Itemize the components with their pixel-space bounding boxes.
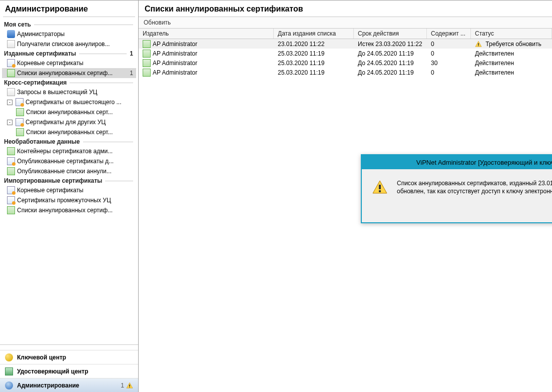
th-status[interactable]: Статус [471, 29, 552, 39]
main-panel: Списки аннулированных сертификатов Обнов… [139, 1, 552, 392]
dialog-footer: OK [362, 200, 552, 222]
warning-icon [372, 179, 388, 195]
tree-item-label: Корневые сертификаты [17, 60, 84, 67]
cell-date: 25.03.2020 11:19 [274, 59, 354, 67]
sidebar-bottom-nav: Ключевой центрУдостоверяющий центрАдмини… [0, 344, 138, 392]
tree-item[interactable]: Опубликованные сертификаты д... [2, 156, 136, 166]
svg-rect-1 [129, 386, 130, 387]
svg-rect-3 [478, 45, 479, 46]
svg-rect-0 [129, 384, 130, 386]
tree-item[interactable]: Сертификаты промежуточных УЦ [2, 195, 136, 205]
cell-contains: 0 [427, 50, 471, 58]
stamp-icon [5, 367, 13, 375]
group-label: Импортированные сертификаты [4, 177, 102, 184]
tree-item-label: Списки аннулированных сертиф... [17, 207, 113, 214]
crl-icon [7, 147, 15, 155]
crl-icon [143, 50, 151, 58]
tree-item[interactable]: Администраторы [2, 29, 136, 39]
svg-rect-5 [379, 190, 381, 192]
table-row[interactable]: AP Administrator25.03.2020 11:19До 24.05… [139, 49, 552, 58]
tree-item-label: Списки аннулированных серт... [26, 129, 113, 136]
crl-icon [16, 108, 24, 116]
th-publisher[interactable]: Издатель [139, 29, 274, 39]
tree-item-label: Опубликованные списки аннули... [17, 168, 112, 175]
tree-item-label: Опубликованные сертификаты д... [17, 158, 114, 165]
nav-label: Удостоверяющий центр [17, 368, 88, 375]
cell-contains: 30 [427, 59, 471, 67]
dialog-message: Список аннулированных сертификатов, изда… [397, 179, 552, 195]
table-row[interactable]: AP Administrator23.01.2020 11:22Истек 23… [139, 39, 552, 49]
crl-icon [143, 40, 151, 48]
tree-item-label: Получатели списков аннулиров... [17, 41, 110, 48]
th-contains[interactable]: Содержит ... [427, 29, 471, 39]
th-date[interactable]: Дата издания списка [274, 29, 354, 39]
item-count: 1 [130, 70, 133, 77]
cell-date: 25.03.2020 11:19 [274, 50, 354, 58]
toolbar: Обновить [139, 17, 552, 29]
tree-item[interactable]: Запросы в вышестоящий УЦ [2, 87, 136, 97]
admin-icon [5, 381, 13, 389]
tree-item[interactable]: Списки аннулированных серт... [2, 107, 136, 117]
tree-item[interactable]: Получатели списков аннулиров... [2, 39, 136, 49]
nav-item[interactable]: Администрирование1 [0, 378, 138, 392]
group-header: Кросс-сертификация [2, 78, 136, 87]
th-validity[interactable]: Срок действия [354, 29, 427, 39]
table-row[interactable]: AP Administrator25.03.2020 11:19До 24.05… [139, 68, 552, 77]
nav-label: Администрирование [17, 382, 79, 389]
app-root: Администрирование Моя сетьАдминистраторы… [0, 0, 552, 392]
table-body: AP Administrator23.01.2020 11:22Истек 23… [139, 39, 552, 77]
cell-publisher: AP Administrator [139, 68, 274, 77]
svg-rect-4 [379, 185, 381, 189]
cell-date: 25.03.2020 11:19 [274, 69, 354, 77]
expander-icon[interactable]: - [7, 100, 13, 105]
group-label: Кросс-сертификация [4, 79, 67, 86]
group-label: Необработанные данные [4, 138, 80, 145]
crl-icon [7, 206, 15, 214]
table-row[interactable]: AP Administrator25.03.2020 11:19До 24.05… [139, 58, 552, 68]
nav-item[interactable]: Удостоверяющий центр [0, 364, 138, 378]
expander-icon[interactable]: - [7, 120, 13, 125]
crl-icon [7, 167, 15, 175]
tree-item[interactable]: Контейнеры сертификатов адми... [2, 146, 136, 156]
crl-icon [7, 69, 15, 77]
dialog-title-bar[interactable]: ViPNet Administrator [Удостоверяющий и к… [362, 155, 552, 169]
sidebar: Администрирование Моя сетьАдминистраторы… [0, 1, 139, 392]
group-header: Изданные сертификаты1 [2, 49, 136, 58]
tree-item-label: Запросы в вышестоящий УЦ [17, 89, 97, 96]
tree-item-label: Сертификаты промежуточных УЦ [17, 197, 111, 204]
crl-icon [143, 59, 151, 67]
tree-item[interactable]: Опубликованные списки аннули... [2, 166, 136, 176]
dialog-title: ViPNet Administrator [Удостоверяющий и к… [416, 159, 552, 166]
nav-label: Ключевой центр [17, 354, 66, 361]
cell-validity: До 24.05.2020 11:19 [354, 50, 427, 58]
crl-icon [143, 69, 151, 77]
nav-item[interactable]: Ключевой центр [0, 350, 138, 364]
group-header: Моя сеть [2, 20, 136, 29]
group-header: Импортированные сертификаты [2, 176, 136, 185]
cert-icon [7, 157, 15, 165]
tree: Моя сетьАдминистраторыПолучатели списков… [0, 19, 138, 344]
tree-item[interactable]: Списки аннулированных сертиф...1 [2, 68, 136, 78]
tree-item[interactable]: Корневые сертификаты [2, 185, 136, 195]
svg-rect-2 [478, 43, 479, 45]
key-icon [5, 353, 13, 361]
cell-contains: 0 [427, 40, 471, 48]
cell-validity: Истек 23.03.2020 11:22 [354, 40, 427, 48]
dialog: ViPNet Administrator [Удостоверяющий и к… [361, 154, 552, 223]
refresh-link[interactable]: Обновить [144, 19, 171, 26]
cell-date: 23.01.2020 11:22 [274, 40, 354, 48]
doc-icon [7, 88, 15, 96]
tree-item[interactable]: Списки аннулированных серт... [2, 127, 136, 137]
cell-status: Действителен [471, 59, 552, 67]
tree-item-label: Сертификаты от вышестоящего ... [26, 99, 122, 106]
tree-item-label: Списки аннулированных серт... [26, 109, 113, 116]
tree-item[interactable]: Корневые сертификаты [2, 58, 136, 68]
table-header-row: Издатель Дата издания списка Срок действ… [139, 29, 552, 39]
nav-badge: 1 [121, 382, 133, 389]
tree-item[interactable]: -Сертификаты от вышестоящего ... [2, 97, 136, 107]
cell-status: Требуется обновить [471, 40, 552, 48]
cert-icon [16, 98, 24, 106]
group-count: 1 [130, 50, 133, 57]
tree-item[interactable]: Списки аннулированных сертиф... [2, 205, 136, 215]
tree-item[interactable]: -Сертификаты для других УЦ [2, 117, 136, 127]
